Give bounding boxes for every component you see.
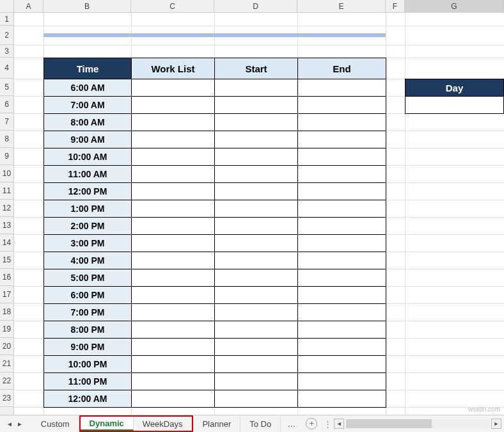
row-header-19[interactable]: 19 [0,321,13,338]
empty-cell[interactable] [298,339,386,356]
empty-cell[interactable] [298,287,386,304]
empty-cell[interactable] [215,356,298,373]
empty-cell[interactable] [298,304,386,321]
time-cell[interactable]: 12:00 AM [44,390,132,408]
empty-cell[interactable] [132,304,215,321]
time-cell[interactable]: 7:00 AM [44,97,132,114]
empty-cell[interactable] [132,373,215,390]
column-header-d[interactable]: D [214,0,297,12]
time-cell[interactable]: 8:00 AM [44,114,132,131]
tab-planner[interactable]: Planner [193,415,240,432]
time-cell[interactable]: 9:00 AM [44,131,132,148]
row-header-6[interactable]: 6 [0,96,13,113]
row-header-1[interactable]: 1 [0,13,13,26]
empty-cell[interactable] [298,235,386,252]
row-header-7[interactable]: 7 [0,113,13,131]
empty-cell[interactable] [215,131,298,148]
time-cell[interactable]: 9:00 PM [44,339,132,356]
row-header-9[interactable]: 9 [0,148,13,165]
empty-cell[interactable] [132,148,215,166]
empty-cell[interactable] [215,97,298,114]
empty-cell[interactable] [215,79,298,97]
row-header-4[interactable]: 4 [0,58,13,79]
select-all-corner[interactable] [0,0,14,12]
tab-nav-next-icon[interactable]: ► [17,420,23,428]
empty-cell[interactable] [132,166,215,183]
row-header-17[interactable]: 17 [0,286,13,303]
column-header-f[interactable]: F [386,0,405,12]
row-header-3[interactable]: 3 [0,45,13,58]
row-header-13[interactable]: 13 [0,217,13,234]
row-header-11[interactable]: 11 [0,182,13,200]
empty-cell[interactable] [298,373,386,390]
empty-cell[interactable] [132,339,215,356]
new-sheet-button[interactable]: + [306,418,317,429]
row-header-18[interactable]: 18 [0,303,13,321]
row-header-15[interactable]: 15 [0,252,13,269]
time-cell[interactable]: 4:00 PM [44,252,132,269]
empty-cell[interactable] [215,269,298,287]
empty-cell[interactable] [298,79,386,97]
time-cell[interactable]: 6:00 AM [44,79,132,97]
empty-cell[interactable] [298,252,386,269]
empty-cell[interactable] [298,114,386,131]
time-cell[interactable]: 10:00 AM [44,148,132,166]
time-cell[interactable]: 1:00 PM [44,200,132,218]
horizontal-scrollbar[interactable]: ◄ ► [334,419,504,429]
day-value-cell[interactable] [406,97,504,114]
tab-overflow[interactable]: … [281,419,302,429]
empty-cell[interactable] [132,235,215,252]
empty-cell[interactable] [132,390,215,408]
empty-cell[interactable] [298,97,386,114]
empty-cell[interactable] [132,252,215,269]
empty-cell[interactable] [215,166,298,183]
empty-cell[interactable] [215,373,298,390]
column-header-e[interactable]: E [297,0,386,12]
empty-cell[interactable] [132,356,215,373]
column-header-b[interactable]: B [43,0,131,12]
empty-cell[interactable] [132,200,215,218]
empty-cell[interactable] [298,390,386,408]
empty-cell[interactable] [215,390,298,408]
tab-weekdays[interactable]: WeekDays [134,417,193,431]
column-header-c[interactable]: C [131,0,214,12]
row-header-5[interactable]: 5 [0,79,13,96]
cell-content-layer[interactable]: TimeWork ListStartEnd6:00 AM7:00 AM8:00 … [14,13,504,415]
row-header-16[interactable]: 16 [0,269,13,286]
tab-nav-buttons[interactable]: ◄ ► [0,420,29,428]
scroll-left-button[interactable]: ◄ [334,419,344,429]
empty-cell[interactable] [298,148,386,166]
time-cell[interactable]: 6:00 PM [44,287,132,304]
empty-cell[interactable] [132,114,215,131]
empty-cell[interactable] [298,166,386,183]
empty-cell[interactable] [215,183,298,200]
time-cell[interactable]: 11:00 AM [44,166,132,183]
time-cell[interactable]: 8:00 PM [44,321,132,339]
tab-custom[interactable]: Custom [32,415,79,432]
time-cell[interactable]: 2:00 PM [44,218,132,235]
time-cell[interactable]: 11:00 PM [44,373,132,390]
empty-cell[interactable] [298,356,386,373]
empty-cell[interactable] [215,287,298,304]
empty-cell[interactable] [132,218,215,235]
empty-cell[interactable] [132,131,215,148]
row-header-10[interactable]: 10 [0,165,13,182]
row-header-12[interactable]: 12 [0,200,13,217]
empty-cell[interactable] [215,114,298,131]
time-cell[interactable]: 12:00 PM [44,183,132,200]
tab-dynamic[interactable]: Dynamic [81,417,134,431]
empty-cell[interactable] [132,321,215,339]
empty-cell[interactable] [215,339,298,356]
empty-cell[interactable] [215,200,298,218]
row-header-22[interactable]: 22 [0,372,13,390]
row-header-8[interactable]: 8 [0,131,13,148]
empty-cell[interactable] [215,148,298,166]
empty-cell[interactable] [298,131,386,148]
empty-cell[interactable] [132,97,215,114]
empty-cell[interactable] [215,321,298,339]
empty-cell[interactable] [215,235,298,252]
row-header-23[interactable]: 23 [0,390,13,407]
row-header-21[interactable]: 21 [0,355,13,372]
empty-cell[interactable] [132,269,215,287]
time-cell[interactable]: 5:00 PM [44,269,132,287]
